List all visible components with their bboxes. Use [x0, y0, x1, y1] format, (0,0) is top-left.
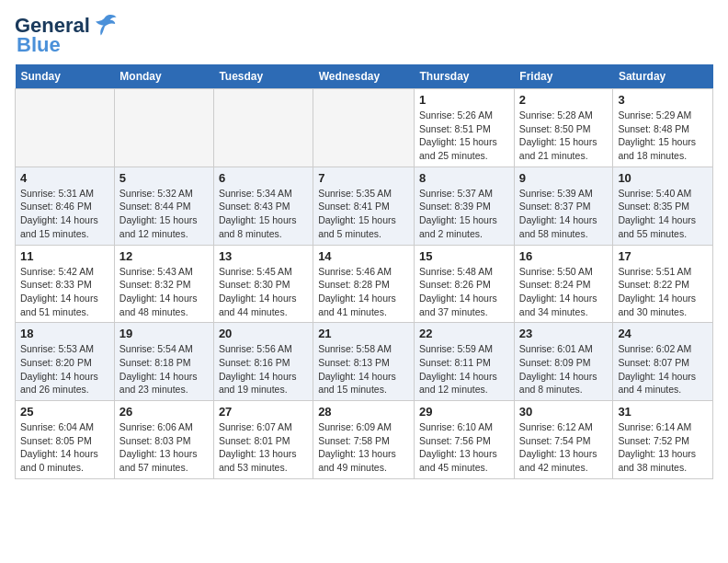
day-info: Sunrise: 6:09 AMSunset: 7:58 PMDaylight:… [318, 420, 409, 475]
logo: General Blue [15, 15, 118, 57]
day-info: Sunrise: 5:37 AMSunset: 8:39 PMDaylight:… [419, 187, 509, 241]
header-wednesday: Wednesday [313, 64, 415, 89]
day-info: Sunrise: 5:35 AMSunset: 8:41 PMDaylight:… [318, 187, 409, 241]
header-sunday: Sunday [16, 64, 115, 89]
day-info: Sunrise: 6:14 AMSunset: 7:52 PMDaylight:… [618, 420, 708, 475]
day-number: 28 [318, 405, 409, 419]
day-number: 7 [318, 171, 409, 185]
header-monday: Monday [114, 64, 213, 89]
day-number: 11 [20, 249, 109, 263]
day-info: Sunrise: 5:56 AMSunset: 8:16 PMDaylight:… [219, 342, 308, 396]
day-number: 23 [519, 327, 609, 340]
day-number: 20 [219, 327, 308, 340]
header-saturday: Saturday [613, 64, 713, 89]
day-info: Sunrise: 6:06 AMSunset: 8:03 PMDaylight:… [119, 420, 209, 475]
day-number: 25 [20, 405, 109, 419]
day-info: Sunrise: 5:46 AMSunset: 8:28 PMDaylight:… [318, 265, 409, 319]
calendar-cell [313, 89, 415, 167]
calendar-cell: 4Sunrise: 5:31 AMSunset: 8:46 PMDaylight… [16, 167, 115, 245]
day-number: 14 [318, 249, 409, 263]
week-row-3: 11Sunrise: 5:42 AMSunset: 8:33 PMDayligh… [16, 245, 713, 323]
day-number: 13 [219, 249, 308, 263]
calendar-cell: 18Sunrise: 5:53 AMSunset: 8:20 PMDayligh… [16, 323, 115, 401]
day-number: 31 [618, 405, 708, 419]
day-number: 1 [419, 93, 509, 107]
calendar-cell [16, 89, 115, 167]
day-number: 29 [419, 405, 509, 419]
week-row-4: 18Sunrise: 5:53 AMSunset: 8:20 PMDayligh… [16, 323, 713, 401]
calendar-cell: 29Sunrise: 6:10 AMSunset: 7:56 PMDayligh… [415, 401, 515, 479]
header-thursday: Thursday [415, 64, 515, 89]
day-number: 12 [119, 249, 209, 263]
calendar-cell: 17Sunrise: 5:51 AMSunset: 8:22 PMDayligh… [613, 245, 713, 323]
day-info: Sunrise: 5:58 AMSunset: 8:13 PMDaylight:… [318, 342, 409, 396]
week-row-1: 1Sunrise: 5:26 AMSunset: 8:51 PMDaylight… [16, 89, 713, 167]
day-info: Sunrise: 5:39 AMSunset: 8:37 PMDaylight:… [519, 187, 609, 241]
day-number: 10 [618, 171, 708, 185]
calendar-cell: 28Sunrise: 6:09 AMSunset: 7:58 PMDayligh… [313, 401, 415, 479]
day-info: Sunrise: 5:42 AMSunset: 8:33 PMDaylight:… [20, 265, 109, 319]
calendar-cell: 7Sunrise: 5:35 AMSunset: 8:41 PMDaylight… [313, 167, 415, 245]
calendar-cell: 12Sunrise: 5:43 AMSunset: 8:32 PMDayligh… [114, 245, 213, 323]
calendar-cell: 20Sunrise: 5:56 AMSunset: 8:16 PMDayligh… [213, 323, 313, 401]
calendar-cell: 2Sunrise: 5:28 AMSunset: 8:50 PMDaylight… [514, 89, 613, 167]
day-number: 2 [519, 93, 609, 107]
day-info: Sunrise: 5:34 AMSunset: 8:43 PMDaylight:… [219, 187, 308, 241]
calendar-cell: 6Sunrise: 5:34 AMSunset: 8:43 PMDaylight… [213, 167, 313, 245]
day-number: 5 [119, 171, 209, 185]
day-number: 30 [519, 405, 609, 419]
week-row-5: 25Sunrise: 6:04 AMSunset: 8:05 PMDayligh… [16, 401, 713, 479]
day-info: Sunrise: 6:12 AMSunset: 7:54 PMDaylight:… [519, 420, 609, 475]
day-number: 8 [419, 171, 509, 185]
calendar-cell: 1Sunrise: 5:26 AMSunset: 8:51 PMDaylight… [415, 89, 515, 167]
calendar-cell: 21Sunrise: 5:58 AMSunset: 8:13 PMDayligh… [313, 323, 415, 401]
day-number: 6 [219, 171, 308, 185]
calendar-cell [114, 89, 213, 167]
day-number: 22 [419, 327, 509, 340]
day-info: Sunrise: 5:43 AMSunset: 8:32 PMDaylight:… [119, 265, 209, 319]
calendar-cell: 30Sunrise: 6:12 AMSunset: 7:54 PMDayligh… [514, 401, 613, 479]
logo-bird-icon [92, 11, 118, 37]
day-number: 4 [20, 171, 109, 185]
calendar-cell: 25Sunrise: 6:04 AMSunset: 8:05 PMDayligh… [16, 401, 115, 479]
day-number: 3 [618, 93, 708, 107]
day-number: 17 [618, 249, 708, 263]
calendar-cell: 27Sunrise: 6:07 AMSunset: 8:01 PMDayligh… [213, 401, 313, 479]
day-info: Sunrise: 5:51 AMSunset: 8:22 PMDaylight:… [618, 265, 708, 319]
day-info: Sunrise: 5:54 AMSunset: 8:18 PMDaylight:… [119, 342, 209, 396]
calendar-cell: 22Sunrise: 5:59 AMSunset: 8:11 PMDayligh… [415, 323, 515, 401]
calendar-cell: 26Sunrise: 6:06 AMSunset: 8:03 PMDayligh… [114, 401, 213, 479]
calendar-cell: 13Sunrise: 5:45 AMSunset: 8:30 PMDayligh… [213, 245, 313, 323]
day-info: Sunrise: 5:53 AMSunset: 8:20 PMDaylight:… [20, 342, 109, 396]
day-number: 21 [318, 327, 409, 340]
calendar-cell: 3Sunrise: 5:29 AMSunset: 8:48 PMDaylight… [613, 89, 713, 167]
day-number: 26 [119, 405, 209, 419]
day-info: Sunrise: 5:31 AMSunset: 8:46 PMDaylight:… [20, 187, 109, 241]
day-info: Sunrise: 6:02 AMSunset: 8:07 PMDaylight:… [618, 342, 708, 396]
day-number: 19 [119, 327, 209, 340]
day-info: Sunrise: 5:32 AMSunset: 8:44 PMDaylight:… [119, 187, 209, 241]
calendar-cell: 15Sunrise: 5:48 AMSunset: 8:26 PMDayligh… [415, 245, 515, 323]
calendar-table: SundayMondayTuesdayWednesdayThursdayFrid… [15, 64, 713, 479]
calendar-cell: 23Sunrise: 6:01 AMSunset: 8:09 PMDayligh… [514, 323, 613, 401]
day-info: Sunrise: 5:28 AMSunset: 8:50 PMDaylight:… [519, 109, 609, 163]
day-info: Sunrise: 5:59 AMSunset: 8:11 PMDaylight:… [419, 342, 509, 396]
day-number: 16 [519, 249, 609, 263]
calendar-cell [213, 89, 313, 167]
logo-blue-text: Blue [17, 33, 61, 57]
day-number: 24 [618, 327, 708, 340]
week-row-2: 4Sunrise: 5:31 AMSunset: 8:46 PMDaylight… [16, 167, 713, 245]
day-info: Sunrise: 5:50 AMSunset: 8:24 PMDaylight:… [519, 265, 609, 319]
calendar-cell: 14Sunrise: 5:46 AMSunset: 8:28 PMDayligh… [313, 245, 415, 323]
calendar-cell: 8Sunrise: 5:37 AMSunset: 8:39 PMDaylight… [415, 167, 515, 245]
day-number: 27 [219, 405, 308, 419]
calendar-cell: 11Sunrise: 5:42 AMSunset: 8:33 PMDayligh… [16, 245, 115, 323]
day-info: Sunrise: 5:45 AMSunset: 8:30 PMDaylight:… [219, 265, 308, 319]
header-friday: Friday [514, 64, 613, 89]
day-info: Sunrise: 6:07 AMSunset: 8:01 PMDaylight:… [219, 420, 308, 475]
day-info: Sunrise: 5:40 AMSunset: 8:35 PMDaylight:… [618, 187, 708, 241]
day-info: Sunrise: 6:04 AMSunset: 8:05 PMDaylight:… [20, 420, 109, 475]
day-number: 18 [20, 327, 109, 340]
day-info: Sunrise: 5:48 AMSunset: 8:26 PMDaylight:… [419, 265, 509, 319]
page-header: General Blue [15, 15, 713, 57]
